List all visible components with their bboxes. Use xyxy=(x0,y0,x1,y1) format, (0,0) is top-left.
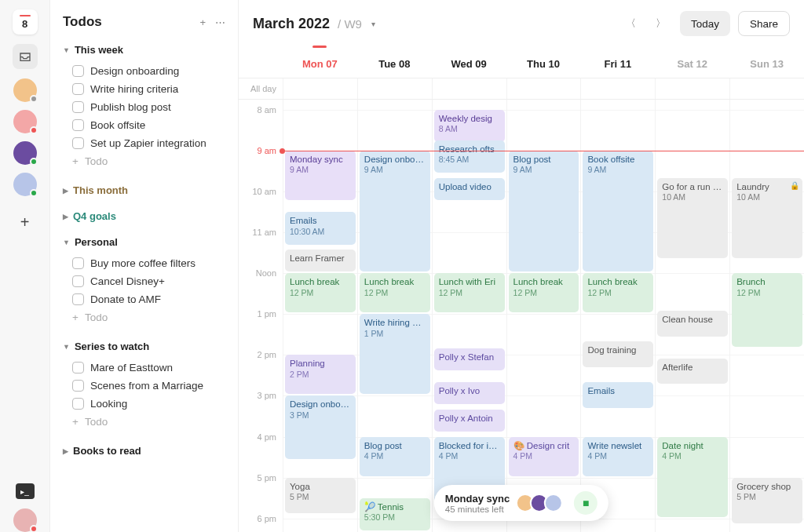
day-header[interactable]: Sat 12 xyxy=(655,47,729,78)
checkbox[interactable] xyxy=(72,398,84,410)
section-header[interactable]: ▼This week xyxy=(63,44,225,56)
calendar-event[interactable]: Book offsite9 AM xyxy=(583,151,653,271)
todo-item[interactable]: Buy more coffee filters xyxy=(63,254,225,272)
calendar-event[interactable]: Polly x Stefan xyxy=(434,348,505,370)
calendar-event[interactable]: Go for a run with Nikita10 AM xyxy=(657,178,728,258)
todo-item[interactable]: Book offsite xyxy=(63,116,225,134)
todo-item[interactable]: Cancel Disney+ xyxy=(63,272,225,290)
section-header[interactable]: ▶Books to read xyxy=(63,445,225,457)
calendar-event[interactable]: 🎾 Tennis5:30 PM xyxy=(360,498,430,530)
calendar-event[interactable]: Design onboarding3 PM xyxy=(285,395,356,458)
day-header[interactable]: Thu 10 xyxy=(506,47,581,78)
section-header[interactable]: ▶Q4 goals xyxy=(63,210,225,222)
todo-item[interactable]: Looking xyxy=(63,395,225,413)
workspace-avatar[interactable] xyxy=(13,110,37,133)
calendar-event[interactable]: Lunch break12 PM xyxy=(583,273,653,312)
checkbox[interactable] xyxy=(72,65,84,77)
day-header[interactable]: Tue 08 xyxy=(357,47,432,78)
day-header[interactable]: Wed 09 xyxy=(432,47,506,78)
inbox-icon[interactable] xyxy=(13,44,38,69)
checkbox[interactable] xyxy=(72,119,84,131)
calendar-event[interactable]: Lunch break12 PM xyxy=(509,273,579,312)
calendar-event[interactable]: Write hiring criteria1 PM xyxy=(360,314,430,394)
todo-item[interactable]: Publish blog post xyxy=(63,98,225,116)
calendar-event[interactable]: Laundry10 AM xyxy=(732,178,802,258)
calendar-event[interactable]: Brunch12 PM xyxy=(732,273,802,346)
command-palette-icon[interactable]: ▸_ xyxy=(16,483,35,499)
add-todo-row[interactable]: +Todo xyxy=(63,413,225,431)
calendar-event[interactable]: Date night4 PM xyxy=(657,437,728,517)
day-column[interactable]: Weekly desig8 AMResearch ofts8:45 AMUplo… xyxy=(432,100,506,532)
calendar-event[interactable]: Blog post9 AM xyxy=(509,151,579,271)
day-column[interactable]: Book offsite9 AMLunch break12 PMDog trai… xyxy=(580,100,655,532)
calendar-event[interactable]: Planning2 PM xyxy=(285,355,356,394)
todo-item[interactable]: Donate to AMF xyxy=(63,290,225,308)
next-week-button[interactable]: 〉 xyxy=(650,13,672,35)
calendar-event[interactable]: Design onboarding9 AM xyxy=(360,151,430,271)
workspace-avatar[interactable] xyxy=(13,78,37,102)
add-todo-row[interactable]: +Todo xyxy=(63,308,225,326)
day-column[interactable]: Blog post9 AMLunch break12 PM🎨 Design cr… xyxy=(506,100,581,532)
calendar-event[interactable]: Yoga5 PM xyxy=(285,478,356,514)
todo-item[interactable]: Set up Zapier integration xyxy=(63,134,225,152)
calendar-event[interactable]: Emails xyxy=(583,382,653,408)
day-column[interactable]: Laundry10 AMBrunch12 PMGrocery shop5 PM xyxy=(729,100,804,532)
event-title: Lunch break xyxy=(513,276,575,287)
calendar-event[interactable]: Lunch break12 PM xyxy=(360,273,430,312)
workspace-avatar[interactable] xyxy=(13,173,37,196)
event-title: Upload video xyxy=(439,181,500,192)
todo-item[interactable]: Design onboarding xyxy=(63,62,225,80)
day-column[interactable]: Monday sync9 AMEmails10:30 AMLearn Frame… xyxy=(283,100,357,532)
calendar-event[interactable]: Polly x Ivo xyxy=(434,382,505,404)
checkbox[interactable] xyxy=(72,101,84,113)
user-avatar[interactable] xyxy=(13,508,37,532)
calendar-grid[interactable]: 8 am9 am10 am11 amNoon1 pm2 pm3 pm4 pm5 … xyxy=(239,100,804,532)
add-todo-icon[interactable]: + xyxy=(199,16,206,28)
checkbox[interactable] xyxy=(72,257,84,269)
meeting-toast[interactable]: Monday sync 45 minutes left ■ xyxy=(434,485,608,521)
more-icon[interactable]: ⋯ xyxy=(215,16,225,28)
share-button[interactable]: Share xyxy=(738,11,790,36)
todo-item[interactable]: Mare of Easttown xyxy=(63,359,225,377)
calendar-event[interactable]: Weekly desig8 AM xyxy=(434,110,505,142)
day-header[interactable]: Sun 13 xyxy=(729,47,804,78)
calendar-event[interactable]: Research ofts8:45 AM xyxy=(434,140,505,173)
checkbox[interactable] xyxy=(72,137,84,149)
video-call-icon[interactable]: ■ xyxy=(574,491,598,515)
calendar-event[interactable]: Monday sync9 AM xyxy=(285,151,356,200)
checkbox[interactable] xyxy=(72,362,84,373)
day-column[interactable]: Design onboarding9 AMLunch break12 PMWri… xyxy=(357,100,432,532)
calendar-event[interactable]: Lunch with Eri12 PM xyxy=(434,273,505,312)
workspace-avatar[interactable] xyxy=(13,141,37,165)
day-header[interactable]: Fri 11 xyxy=(580,47,655,78)
calendar-event[interactable]: Grocery shop5 PM xyxy=(732,478,802,524)
today-button[interactable]: Today xyxy=(680,11,730,36)
add-workspace-button[interactable]: + xyxy=(20,213,30,231)
calendar-event[interactable]: Write newslet4 PM xyxy=(583,437,653,476)
checkbox[interactable] xyxy=(72,275,84,287)
calendar-event[interactable]: Upload video xyxy=(434,178,505,200)
section-header[interactable]: ▼Personal xyxy=(63,236,225,248)
todo-item[interactable]: Write hiring criteria xyxy=(63,80,225,98)
checkbox[interactable] xyxy=(72,380,84,392)
calendar-event[interactable]: Emails10:30 AM xyxy=(285,212,356,244)
calendar-event[interactable]: Lunch break12 PM xyxy=(285,273,356,312)
calendar-event[interactable]: Learn Framer xyxy=(285,250,356,271)
calendar-event[interactable]: Blog post4 PM xyxy=(360,437,430,476)
calendar-date-icon[interactable]: 8 xyxy=(13,9,38,35)
calendar-event[interactable]: Polly x Antoin xyxy=(434,410,505,432)
checkbox[interactable] xyxy=(72,293,84,305)
todo-item[interactable]: Scenes from a Marriage xyxy=(63,377,225,395)
chevron-down-icon[interactable]: ▾ xyxy=(371,20,375,28)
day-header[interactable]: Mon 07 xyxy=(283,47,357,78)
section-header[interactable]: ▼Series to watch xyxy=(63,341,225,352)
calendar-event[interactable]: Clean house xyxy=(657,311,728,337)
section-header[interactable]: ▶This month xyxy=(63,184,225,196)
calendar-event[interactable]: 🎨 Design crit4 PM xyxy=(509,437,579,476)
checkbox[interactable] xyxy=(72,83,84,95)
add-todo-row[interactable]: +Todo xyxy=(63,152,225,170)
calendar-event[interactable]: Afterlife xyxy=(657,359,728,384)
day-column[interactable]: Go for a run with Nikita10 AMClean house… xyxy=(655,100,729,532)
prev-week-button[interactable]: 〈 xyxy=(620,13,642,35)
calendar-event[interactable]: Dog training xyxy=(583,341,653,367)
